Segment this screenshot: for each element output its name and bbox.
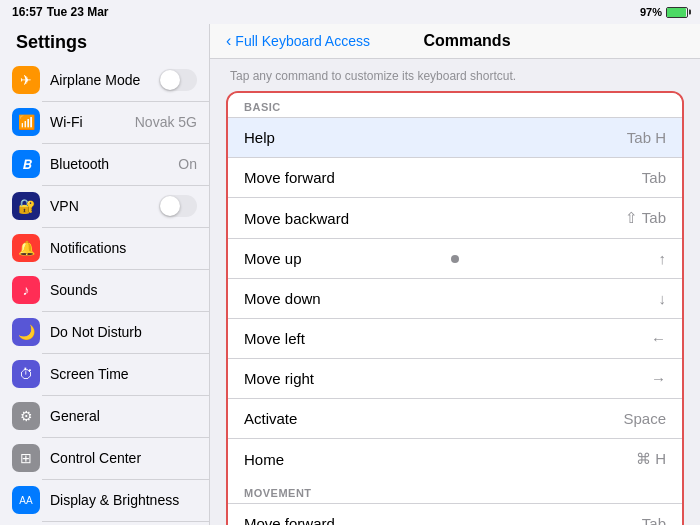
tap-hint: Tap any command to customize its keyboar… — [226, 69, 684, 83]
vpn-label: VPN — [50, 198, 149, 214]
command-name-basic-4: Move down — [244, 290, 321, 307]
status-date: Tue 23 Mar — [47, 5, 109, 19]
command-row-basic-8[interactable]: Home⌘ H — [228, 438, 682, 479]
bluetooth-label: Bluetooth — [50, 156, 168, 172]
command-shortcut-basic-3: ↑ — [659, 250, 667, 267]
back-button[interactable]: ‹ Full Keyboard Access — [226, 32, 370, 50]
sidebar-item-bluetooth[interactable]: 𝘽BluetoothOn — [0, 143, 209, 185]
status-time-date: 16:57 Tue 23 Mar — [12, 5, 109, 19]
notifications-label: Notifications — [50, 240, 197, 256]
section-label-movement: MOVEMENT — [228, 479, 682, 503]
wifi-icon: 📶 — [12, 108, 40, 136]
command-name-basic-3: Move up — [244, 250, 302, 267]
back-label: Full Keyboard Access — [235, 33, 370, 49]
command-shortcut-basic-6: → — [651, 370, 666, 387]
command-shortcut-movement-0: Tab — [642, 515, 666, 525]
command-name-basic-6: Move right — [244, 370, 314, 387]
sidebar-item-airplane[interactable]: ✈Airplane Mode — [0, 59, 209, 101]
command-name-basic-1: Move forward — [244, 169, 335, 186]
battery-fill — [667, 8, 686, 17]
donotdisturb-icon: 🌙 — [12, 318, 40, 346]
commands-section: BASICHelpTab HMove forwardTabMove backwa… — [226, 91, 684, 525]
dot-indicator — [451, 255, 459, 263]
sidebar-list: ✈Airplane Mode📶Wi-FiNovak 5G𝘽BluetoothOn… — [0, 59, 209, 525]
screentime-label: Screen Time — [50, 366, 197, 382]
screentime-icon: ⏱ — [12, 360, 40, 388]
command-name-basic-2: Move backward — [244, 210, 349, 227]
sidebar-item-donotdisturb[interactable]: 🌙Do Not Disturb — [0, 311, 209, 353]
command-shortcut-basic-7: Space — [623, 410, 666, 427]
command-shortcut-basic-4: ↓ — [659, 290, 667, 307]
displaybrightness-icon: AA — [12, 486, 40, 514]
page-title: Commands — [378, 32, 556, 50]
airplane-icon: ✈ — [12, 66, 40, 94]
controlcenter-label: Control Center — [50, 450, 197, 466]
command-shortcut-basic-5: ← — [651, 330, 666, 347]
airplane-toggle[interactable] — [159, 69, 197, 91]
main-layout: Settings ✈Airplane Mode📶Wi-FiNovak 5G𝘽Bl… — [0, 24, 700, 525]
sounds-label: Sounds — [50, 282, 197, 298]
vpn-toggle[interactable] — [159, 195, 197, 217]
general-label: General — [50, 408, 197, 424]
command-shortcut-basic-1: Tab — [642, 169, 666, 186]
status-bar: 16:57 Tue 23 Mar 97% — [0, 0, 700, 24]
command-name-basic-5: Move left — [244, 330, 305, 347]
command-row-basic-3[interactable]: Move up↑ — [228, 238, 682, 278]
content-header: ‹ Full Keyboard Access Commands — [210, 24, 700, 59]
command-name-basic-0: Help — [244, 129, 275, 146]
airplane-label: Airplane Mode — [50, 72, 149, 88]
controlcenter-icon: ⊞ — [12, 444, 40, 472]
section-label-basic: BASIC — [228, 93, 682, 117]
command-shortcut-basic-8: ⌘ H — [636, 450, 666, 468]
sidebar-item-sounds[interactable]: ♪Sounds — [0, 269, 209, 311]
sidebar-item-controlcenter[interactable]: ⊞Control Center — [0, 437, 209, 479]
content-area: ‹ Full Keyboard Access Commands Tap any … — [210, 24, 700, 525]
bluetooth-icon: 𝘽 — [12, 150, 40, 178]
wifi-label: Wi-Fi — [50, 114, 125, 130]
command-row-basic-6[interactable]: Move right→ — [228, 358, 682, 398]
airplane-toggle-knob — [160, 70, 180, 90]
command-row-basic-2[interactable]: Move backward⇧ Tab — [228, 197, 682, 238]
content-scroll: Tap any command to customize its keyboar… — [210, 59, 700, 525]
command-row-basic-0[interactable]: HelpTab H — [228, 117, 682, 157]
sidebar-item-wifi[interactable]: 📶Wi-FiNovak 5G — [0, 101, 209, 143]
command-name-basic-7: Activate — [244, 410, 297, 427]
battery-icon — [666, 7, 688, 18]
displaybrightness-label: Display & Brightness — [50, 492, 197, 508]
command-row-basic-1[interactable]: Move forwardTab — [228, 157, 682, 197]
command-shortcut-basic-0: Tab H — [627, 129, 666, 146]
sidebar-item-notifications[interactable]: 🔔Notifications — [0, 227, 209, 269]
sidebar-item-homescreen[interactable]: ⊟Home Screen & Dock — [0, 521, 209, 525]
command-row-basic-7[interactable]: ActivateSpace — [228, 398, 682, 438]
sounds-icon: ♪ — [12, 276, 40, 304]
donotdisturb-label: Do Not Disturb — [50, 324, 197, 340]
command-name-basic-8: Home — [244, 451, 284, 468]
bluetooth-value: On — [178, 156, 197, 172]
sidebar-item-displaybrightness[interactable]: AADisplay & Brightness — [0, 479, 209, 521]
command-shortcut-basic-2: ⇧ Tab — [625, 209, 666, 227]
battery-percent: 97% — [640, 6, 662, 18]
vpn-toggle-knob — [160, 196, 180, 216]
sidebar-item-vpn[interactable]: 🔐VPN — [0, 185, 209, 227]
back-chevron-icon: ‹ — [226, 32, 231, 50]
status-indicators: 97% — [640, 6, 688, 18]
sidebar: Settings ✈Airplane Mode📶Wi-FiNovak 5G𝘽Bl… — [0, 24, 210, 525]
command-row-basic-5[interactable]: Move left← — [228, 318, 682, 358]
vpn-icon: 🔐 — [12, 192, 40, 220]
sidebar-item-general[interactable]: ⚙General — [0, 395, 209, 437]
status-time: 16:57 — [12, 5, 43, 19]
command-name-movement-0: Move forward — [244, 515, 335, 525]
sidebar-title: Settings — [0, 24, 209, 59]
command-row-movement-0[interactable]: Move forwardTab — [228, 503, 682, 525]
sidebar-item-screentime[interactable]: ⏱Screen Time — [0, 353, 209, 395]
general-icon: ⚙ — [12, 402, 40, 430]
wifi-value: Novak 5G — [135, 114, 197, 130]
notifications-icon: 🔔 — [12, 234, 40, 262]
command-row-basic-4[interactable]: Move down↓ — [228, 278, 682, 318]
